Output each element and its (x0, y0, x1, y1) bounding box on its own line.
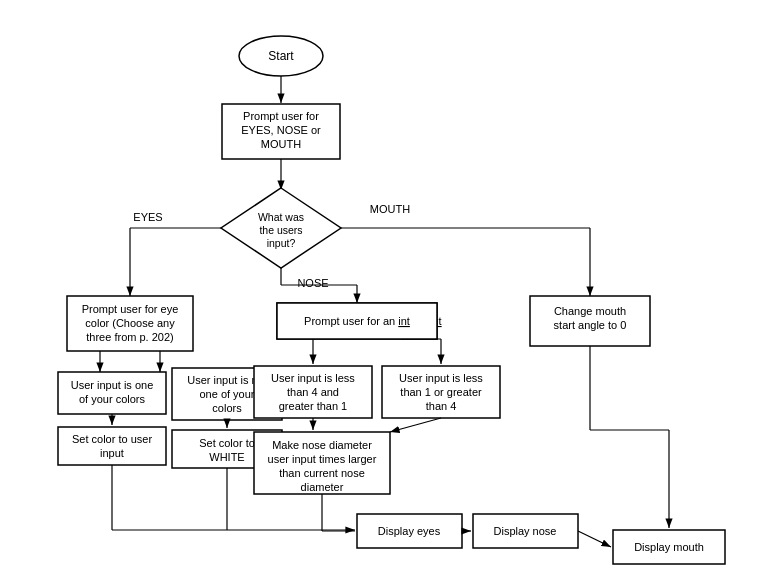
diamond-line3: input? (267, 237, 296, 249)
mouth-label: MOUTH (370, 203, 410, 215)
diamond-line1: What was (258, 211, 304, 223)
nose-diam-line4: diameter (301, 481, 344, 493)
prompt-user-line2: EYES, NOSE or (241, 124, 321, 136)
prompt-nose-full: Prompt user for an int (304, 315, 410, 327)
set-color-user-line1: Set color to user (72, 433, 152, 445)
one-colors-line1: User input is one (71, 379, 154, 391)
not-colors-line2: one of your (199, 388, 254, 400)
start-label: Start (268, 49, 294, 63)
set-white-line2: WHITE (209, 451, 244, 463)
less4-line3: greater than 1 (279, 400, 348, 412)
change-mouth-line1: Change mouth (554, 305, 626, 317)
less1-line3: than 4 (426, 400, 457, 412)
svg-line-41 (578, 531, 611, 547)
less1-line2: than 1 or greater (400, 386, 482, 398)
prompt-eye-line2: color (Choose any (85, 317, 175, 329)
set-color-user-line2: input (100, 447, 124, 459)
nose-diam-line1: Make nose diameter (272, 439, 372, 451)
nose-label: NOSE (297, 277, 328, 289)
nose-diam-line2: user input times larger (268, 453, 377, 465)
change-mouth-line2: start angle to 0 (554, 319, 627, 331)
not-colors-line3: colors (212, 402, 242, 414)
less4-line2: than 4 and (287, 386, 339, 398)
display-nose-label: Display nose (494, 525, 557, 537)
display-eyes-label: Display eyes (378, 525, 441, 537)
prompt-user-line1: Prompt user for (243, 110, 319, 122)
one-colors-line2: of your colors (79, 393, 146, 405)
nose-diam-line3: than current nose (279, 467, 365, 479)
prompt-eye-line1: Prompt user for eye (82, 303, 179, 315)
diamond-line2: the users (259, 224, 302, 236)
less1-line1: User input is less (399, 372, 483, 384)
eyes-label: EYES (133, 211, 162, 223)
svg-line-28 (390, 418, 441, 432)
less4-line1: User input is less (271, 372, 355, 384)
display-mouth-label: Display mouth (634, 541, 704, 553)
set-white-line1: Set color to (199, 437, 255, 449)
prompt-user-line3: MOUTH (261, 138, 301, 150)
prompt-eye-line3: three from p. 202) (86, 331, 173, 343)
